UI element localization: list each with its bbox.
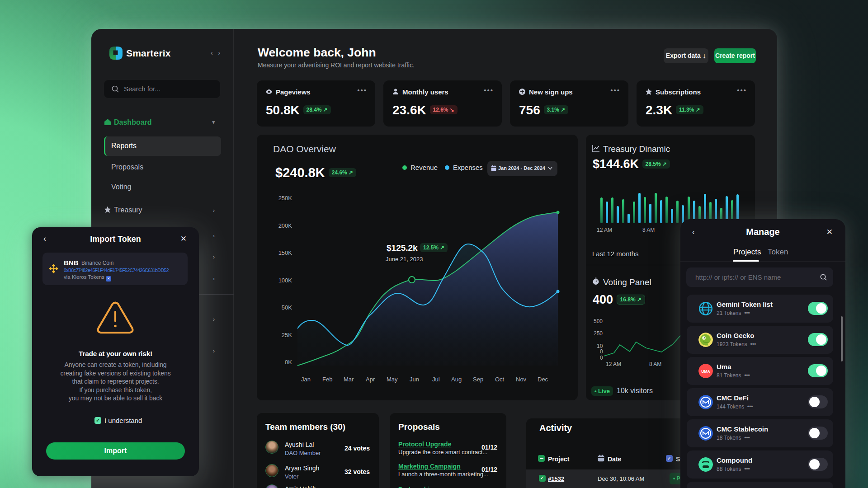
svg-text:UMA: UMA — [701, 369, 710, 374]
